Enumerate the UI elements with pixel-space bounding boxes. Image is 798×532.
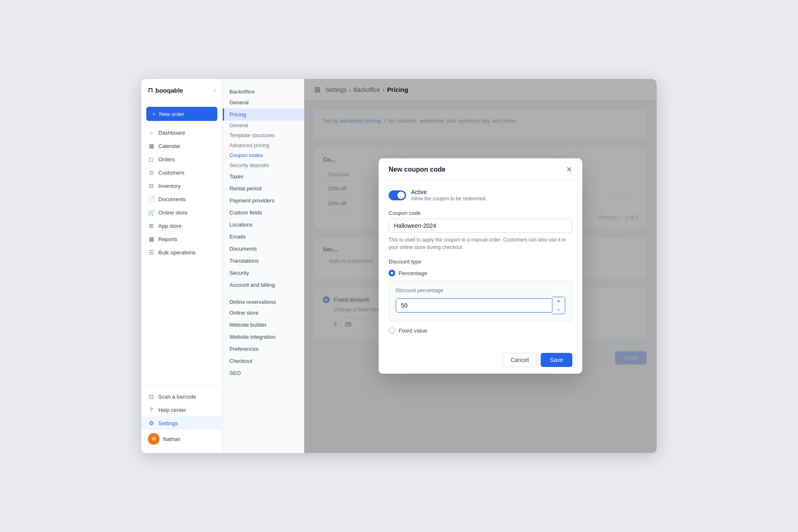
user-row[interactable]: N Nathan bbox=[141, 430, 222, 448]
sidebar-item-label: Settings bbox=[158, 420, 178, 426]
settings-subitem-coupon-codes[interactable]: Coupon codes bbox=[226, 150, 304, 160]
calendar-icon: ▦ bbox=[148, 143, 155, 149]
settings-sidebar: Backoffice General Pricing General Templ… bbox=[223, 79, 304, 453]
modal-title: New coupon code bbox=[389, 166, 446, 173]
main-content: Backoffice General Pricing General Templ… bbox=[223, 79, 657, 453]
settings-item-online-store[interactable]: Online store bbox=[223, 307, 304, 319]
settings-item-label: Pricing bbox=[229, 111, 246, 118]
sidebar-item-label: Calendar bbox=[158, 143, 180, 149]
barcode-icon: ⊡ bbox=[148, 393, 155, 400]
orders-icon: ◻ bbox=[148, 156, 155, 163]
settings-subitem-general[interactable]: General bbox=[226, 121, 304, 131]
sidebar-item-reports[interactable]: ▦ Reports bbox=[141, 232, 222, 246]
sidebar-item-app-store[interactable]: ⊞ App store bbox=[141, 219, 222, 232]
settings-item-emails[interactable]: Emails bbox=[223, 231, 304, 243]
settings-subitem-security-deposits[interactable]: Security deposits bbox=[226, 160, 304, 170]
settings-item-pricing[interactable]: Pricing bbox=[223, 108, 304, 121]
settings-item-website-builder[interactable]: Website builder bbox=[223, 319, 304, 331]
settings-item-payment-providers[interactable]: Payment providers bbox=[223, 195, 304, 207]
toggle-knob bbox=[397, 192, 405, 199]
settings-subitem-advanced-pricing[interactable]: Advanced pricing bbox=[226, 140, 304, 150]
new-order-label: New order bbox=[159, 111, 184, 117]
stepper-decrement-button[interactable]: − bbox=[552, 305, 565, 314]
modal-overlay[interactable]: New coupon code ✕ Active Allow the coupo… bbox=[304, 79, 657, 453]
logo-text: booqable bbox=[155, 87, 183, 94]
collapse-sidebar-button[interactable]: ‹ bbox=[214, 86, 216, 94]
sidebar-item-label: Documents bbox=[158, 196, 186, 202]
modal-footer: Cancel Save bbox=[379, 346, 582, 374]
stepper-row: + − bbox=[396, 297, 565, 314]
settings-item-taxes[interactable]: Taxes bbox=[223, 170, 304, 182]
page-area: ⊞ Settings › Backoffice › Pricing Set up… bbox=[304, 79, 657, 453]
plus-icon: ＋ bbox=[151, 110, 157, 118]
settings-item-custom-fields[interactable]: Custom fields bbox=[223, 207, 304, 219]
main-navigation: ○ Dashboard ▦ Calendar ◻ Orders ⊙ Custom… bbox=[141, 124, 222, 384]
settings-item-preferences[interactable]: Preferences bbox=[223, 343, 304, 355]
stepper-increment-button[interactable]: + bbox=[552, 297, 565, 305]
online-reservations-title: Online reservations bbox=[223, 296, 304, 307]
sidebar-item-label: App store bbox=[158, 223, 182, 229]
logo: ⊓ booqable bbox=[148, 86, 183, 94]
active-toggle-row: Active Allow the coupon to be redeemed. bbox=[389, 189, 572, 202]
sidebar-item-label: Inventory bbox=[158, 183, 180, 189]
settings-item-translations[interactable]: Translations bbox=[223, 255, 304, 267]
modal-close-button[interactable]: ✕ bbox=[566, 166, 572, 173]
sidebar-item-online-store[interactable]: 🛒 Online store bbox=[141, 206, 222, 219]
sidebar-item-label: Online store bbox=[158, 209, 187, 216]
new-order-button[interactable]: ＋ New order bbox=[146, 107, 217, 121]
sidebar: ⊓ booqable ‹ ＋ New order ○ Dashboard ▦ C… bbox=[141, 79, 223, 453]
active-toggle[interactable] bbox=[389, 190, 406, 200]
sidebar-item-scan-barcode[interactable]: ⊡ Scan a barcode bbox=[141, 390, 222, 403]
settings-icon: ⚙ bbox=[148, 420, 155, 426]
cancel-button[interactable]: Cancel bbox=[502, 353, 537, 367]
bulk-operations-icon: ☰ bbox=[148, 249, 155, 256]
discount-type-label: Discount type bbox=[389, 259, 572, 265]
backoffice-section-title: Backoffice bbox=[223, 86, 304, 96]
customers-icon: ⊙ bbox=[148, 169, 155, 176]
sidebar-item-label: Reports bbox=[158, 236, 177, 242]
sidebar-item-bulk-operations[interactable]: ☰ Bulk operations bbox=[141, 246, 222, 259]
settings-subitem-template-structures[interactable]: Template structures bbox=[226, 131, 304, 140]
app-store-icon: ⊞ bbox=[148, 222, 155, 229]
coupon-code-label: Coupon code bbox=[389, 210, 572, 216]
settings-item-general[interactable]: General bbox=[223, 96, 304, 108]
active-toggle-desc: Allow the coupon to be redeemed. bbox=[411, 196, 487, 202]
sidebar-item-label: Scan a barcode bbox=[158, 394, 196, 400]
coupon-code-input[interactable] bbox=[389, 219, 572, 233]
sidebar-item-orders[interactable]: ◻ Orders bbox=[141, 153, 222, 166]
settings-item-label: General bbox=[229, 99, 249, 106]
discount-percentage-input[interactable] bbox=[396, 298, 552, 313]
radio-fixed-circle bbox=[389, 327, 395, 334]
radio-percentage-option[interactable]: Percentage bbox=[389, 270, 572, 276]
modal-body: Active Allow the coupon to be redeemed. … bbox=[379, 180, 582, 346]
sidebar-item-settings[interactable]: ⚙ Settings bbox=[141, 416, 222, 430]
dashboard-icon: ○ bbox=[148, 129, 155, 136]
sidebar-item-label: Bulk operations bbox=[158, 249, 196, 256]
settings-item-security[interactable]: Security bbox=[223, 267, 304, 279]
sidebar-item-label: Customers bbox=[158, 170, 185, 176]
settings-item-account-billing[interactable]: Account and billing bbox=[223, 279, 304, 291]
logo-area: ⊓ booqable ‹ bbox=[141, 79, 222, 102]
avatar-initial: N bbox=[152, 436, 156, 442]
save-button[interactable]: Save bbox=[541, 353, 572, 367]
toggle-labels: Active Allow the coupon to be redeemed. bbox=[411, 189, 487, 202]
radio-fixed-value-option[interactable]: Fixed value bbox=[389, 327, 572, 334]
modal-header: New coupon code ✕ bbox=[379, 158, 582, 180]
settings-item-checkout[interactable]: Checkout bbox=[223, 355, 304, 367]
settings-item-locations[interactable]: Locations bbox=[223, 219, 304, 231]
sidebar-item-customers[interactable]: ⊙ Customers bbox=[141, 166, 222, 179]
sidebar-item-help-center[interactable]: ? Help center bbox=[141, 403, 222, 416]
settings-item-documents[interactable]: Documents bbox=[223, 243, 304, 255]
sidebar-item-inventory[interactable]: ⊟ Inventory bbox=[141, 179, 222, 192]
sidebar-item-dashboard[interactable]: ○ Dashboard bbox=[141, 126, 222, 139]
sidebar-item-label: Orders bbox=[158, 156, 175, 163]
sidebar-item-documents[interactable]: 📄 Documents bbox=[141, 192, 222, 206]
settings-item-seo[interactable]: SEO bbox=[223, 367, 304, 379]
sidebar-bottom: ⊡ Scan a barcode ? Help center ⚙ Setting… bbox=[141, 384, 222, 453]
radio-percentage-circle bbox=[389, 270, 395, 276]
reports-icon: ▦ bbox=[148, 236, 155, 242]
sidebar-item-calendar[interactable]: ▦ Calendar bbox=[141, 139, 222, 153]
settings-item-website-integration[interactable]: Website integration bbox=[223, 331, 304, 343]
avatar: N bbox=[148, 433, 160, 445]
settings-item-rental-period[interactable]: Rental period bbox=[223, 182, 304, 195]
